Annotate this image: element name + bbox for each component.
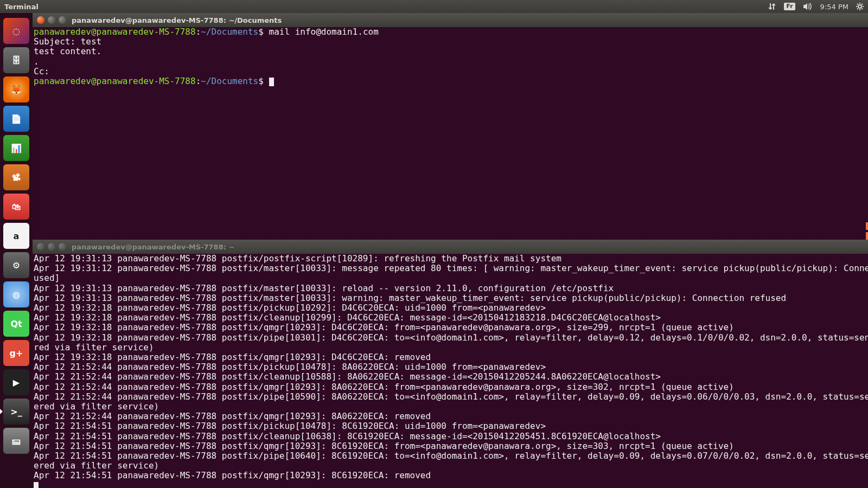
launcher-impress[interactable]: 📽 [3, 164, 29, 190]
svg-line-5 [857, 4, 858, 5]
launcher-writer[interactable]: 📄 [3, 106, 29, 132]
window-maximize-button[interactable] [59, 243, 66, 251]
window-maximize-button[interactable] [59, 16, 66, 24]
launcher-youtube[interactable]: ▶ [3, 369, 29, 395]
window-title: panawaredev@panawaredev-MS-7788: ~/Docum… [72, 16, 282, 24]
window-close-button[interactable] [37, 16, 44, 24]
keyboard-layout-indicator[interactable]: Fr [784, 3, 795, 10]
network-icon[interactable] [768, 3, 776, 10]
svg-line-6 [862, 9, 863, 10]
window-titlebar[interactable]: panawaredev@panawaredev-MS-7788: ~ [33, 240, 868, 254]
launcher-firefox[interactable]: 🦊 [3, 76, 29, 102]
text-cursor [269, 78, 274, 86]
svg-line-8 [862, 4, 863, 5]
window-minimize-button[interactable] [48, 16, 55, 24]
launcher-files[interactable]: 🗄 [3, 47, 29, 73]
launcher-qt[interactable]: Qt [3, 311, 29, 337]
clock[interactable]: 9:54 PM [820, 3, 848, 11]
launcher-software-center[interactable]: 🛍 [3, 194, 29, 220]
terminal-output[interactable]: Apr 12 19:31:13 panawaredev-MS-7788 post… [33, 254, 868, 488]
svg-point-0 [858, 5, 861, 8]
focus-indicator [866, 222, 868, 240]
sound-icon[interactable] [803, 3, 813, 10]
top-menu-bar: Terminal Fr 9:54 PM [0, 0, 868, 13]
window-close-button[interactable] [37, 243, 44, 251]
terminal-window-home[interactable]: panawaredev@panawaredev-MS-7788: ~ Apr 1… [33, 240, 868, 488]
launcher-dash[interactable]: ◌ [3, 18, 29, 44]
launcher-devices[interactable]: 🖴 [3, 428, 29, 454]
svg-line-7 [857, 9, 858, 10]
text-cursor [34, 482, 39, 488]
launcher-terminal[interactable]: >_ [3, 399, 29, 425]
session-gear-icon[interactable] [856, 3, 864, 10]
launcher-calc[interactable]: 📊 [3, 135, 29, 161]
launcher-google-plus[interactable]: g+ [3, 340, 29, 366]
terminal-output[interactable]: panawaredev@panawaredev-MS-7788:~/Docume… [33, 27, 868, 240]
unity-launcher: ◌🗄🦊📄📊📽🛍a⚙◍Qtg+▶>_🖴 [0, 13, 33, 488]
launcher-amazon[interactable]: a [3, 223, 29, 249]
window-title: panawaredev@panawaredev-MS-7788: ~ [72, 243, 234, 251]
window-titlebar[interactable]: panawaredev@panawaredev-MS-7788: ~/Docum… [33, 13, 868, 27]
launcher-chromium[interactable]: ◍ [3, 281, 29, 307]
terminal-window-documents[interactable]: panawaredev@panawaredev-MS-7788: ~/Docum… [33, 13, 868, 240]
window-minimize-button[interactable] [48, 243, 55, 251]
active-app-label: Terminal [4, 3, 39, 11]
launcher-settings[interactable]: ⚙ [3, 252, 29, 278]
workspace: panawaredev@panawaredev-MS-7788: ~/Docum… [33, 13, 868, 488]
